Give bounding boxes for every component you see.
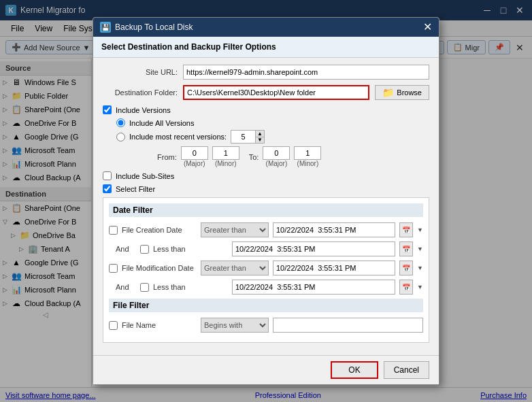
modification-dropdown-icon: ▼ xyxy=(417,265,423,271)
modification-less-dropdown-icon: ▼ xyxy=(417,284,423,290)
include-subsites-row: Include Sub-Sites xyxy=(103,171,429,180)
creation-dropdown-icon: ▼ xyxy=(417,227,423,233)
dialog-title-left: 💾 Backup To Local Disk xyxy=(100,22,193,33)
folder-browse-icon: 📁 xyxy=(382,87,394,98)
from-minor-label: (Minor) xyxy=(215,160,237,167)
backup-dialog: 💾 Backup To Local Disk ✕ Select Destinat… xyxy=(93,17,439,385)
dialog-title-icon: 💾 xyxy=(100,22,111,33)
from-major-group: (Major) xyxy=(181,146,208,167)
include-subsites-checkbox[interactable] xyxy=(103,171,112,180)
to-major-group: (Major) xyxy=(263,146,290,167)
dialog-header-bar: Select Destination and Backup Filter Opt… xyxy=(93,37,439,58)
to-minor-label: (Minor) xyxy=(297,160,319,167)
all-versions-radio[interactable] xyxy=(116,118,125,127)
modification-filter-select[interactable]: Greater thanLess thanEqual to xyxy=(201,261,269,275)
destination-folder-label: Destination Folder: xyxy=(103,88,178,97)
to-label: To: xyxy=(249,153,259,161)
from-major-label: (Major) xyxy=(184,160,205,167)
modification-less-calendar-button[interactable]: 📅 xyxy=(399,280,413,295)
file-modification-label[interactable]: File Modification Date xyxy=(122,264,197,272)
site-url-label: Site URL: xyxy=(103,68,178,76)
less-than-2-label[interactable]: Less than xyxy=(153,283,228,291)
ok-button[interactable]: OK xyxy=(331,361,378,379)
dialog-footer: OK Cancel xyxy=(93,355,439,384)
filter-inner: Date Filter File Creation Date Greater t… xyxy=(103,198,429,342)
to-minor-input[interactable] xyxy=(294,146,321,160)
most-recent-spinner: ▲ ▼ xyxy=(231,130,265,144)
filter-section: Date Filter File Creation Date Greater t… xyxy=(103,197,429,343)
and-label-1: And xyxy=(116,245,136,253)
spin-buttons: ▲ ▼ xyxy=(255,130,265,144)
most-recent-radio[interactable] xyxy=(116,133,125,141)
destination-folder-input[interactable] xyxy=(183,85,369,100)
from-major-input[interactable] xyxy=(181,146,208,160)
from-minor-input[interactable] xyxy=(212,146,239,160)
less-than-1-label[interactable]: Less than xyxy=(153,245,228,253)
include-versions-row: Include Versions xyxy=(103,105,429,114)
file-name-row: File Name Begins withContainsEnds with xyxy=(109,318,423,333)
from-minor-group: (Minor) xyxy=(212,146,239,167)
dialog-body: Site URL: Destination Folder: 📁 Browse I… xyxy=(93,58,439,355)
all-versions-row: Include All Versions xyxy=(116,118,429,127)
creation-calendar-button[interactable]: 📅 xyxy=(399,222,413,237)
file-name-input[interactable] xyxy=(273,318,423,333)
include-subsites-label[interactable]: Include Sub-Sites xyxy=(116,172,174,180)
to-major-input[interactable] xyxy=(263,146,290,160)
dialog-title: Backup To Local Disk xyxy=(115,22,193,32)
file-modification-checkbox[interactable] xyxy=(109,264,118,273)
include-versions-checkbox[interactable] xyxy=(103,105,112,114)
site-url-input[interactable] xyxy=(183,65,429,80)
version-radio-group: Include All Versions Include most recent… xyxy=(103,118,429,167)
modification-date-input[interactable] xyxy=(273,261,395,275)
select-filter-label[interactable]: Select Filter xyxy=(116,185,155,193)
most-recent-input[interactable] xyxy=(231,130,255,144)
all-versions-label[interactable]: Include All Versions xyxy=(129,119,194,127)
creation-less-dropdown-icon: ▼ xyxy=(417,246,423,252)
creation-date-input[interactable] xyxy=(273,222,395,237)
creation-filter-select[interactable]: Greater thanLess thanEqual to xyxy=(201,222,269,237)
select-filter-row: Select Filter xyxy=(103,184,429,193)
less-than-1-checkbox[interactable] xyxy=(140,245,149,254)
dialog-overlay: 💾 Backup To Local Disk ✕ Select Destinat… xyxy=(0,0,532,402)
destination-folder-row: Destination Folder: 📁 Browse xyxy=(103,85,429,100)
file-modification-row: File Modification Date Greater thanLess … xyxy=(109,261,423,275)
from-to-row: From: (Major) (Minor) To: (Major) xyxy=(116,146,429,167)
cancel-button[interactable]: Cancel xyxy=(384,361,429,379)
select-filter-checkbox[interactable] xyxy=(103,184,112,193)
dialog-close-button[interactable]: ✕ xyxy=(423,22,432,33)
to-minor-group: (Minor) xyxy=(294,146,321,167)
dialog-titlebar: 💾 Backup To Local Disk ✕ xyxy=(93,18,439,37)
less-than-2-checkbox[interactable] xyxy=(140,283,149,292)
spin-down-button[interactable]: ▼ xyxy=(255,137,265,144)
creation-less-calendar-button[interactable]: 📅 xyxy=(399,241,413,256)
and-label-2: And xyxy=(116,283,136,291)
modification-and-row: And Less than 📅 ▼ xyxy=(109,280,423,295)
creation-and-row: And Less than 📅 ▼ xyxy=(109,241,423,256)
file-filter-title: File Filter xyxy=(109,299,423,312)
dialog-header-text: Select Destination and Backup Filter Opt… xyxy=(101,42,276,52)
date-filter-title: Date Filter xyxy=(109,203,423,217)
modification-less-date-input[interactable] xyxy=(232,280,395,295)
browse-button[interactable]: 📁 Browse xyxy=(375,85,429,100)
from-label: From: xyxy=(157,153,177,161)
modification-calendar-button[interactable]: 📅 xyxy=(399,261,413,275)
include-versions-label[interactable]: Include Versions xyxy=(116,106,171,114)
creation-less-date-input[interactable] xyxy=(232,241,395,256)
file-creation-label[interactable]: File Creation Date xyxy=(122,226,197,234)
file-creation-row: File Creation Date Greater thanLess than… xyxy=(109,222,423,237)
file-name-checkbox[interactable] xyxy=(109,321,118,330)
site-url-row: Site URL: xyxy=(103,65,429,80)
file-creation-checkbox[interactable] xyxy=(109,226,118,235)
file-name-label[interactable]: File Name xyxy=(122,321,197,329)
most-recent-row: Include most recent versions: ▲ ▼ xyxy=(116,130,429,144)
filename-filter-select[interactable]: Begins withContainsEnds with xyxy=(201,318,269,333)
spin-up-button[interactable]: ▲ xyxy=(255,130,265,137)
most-recent-label[interactable]: Include most recent versions: xyxy=(129,133,227,141)
to-major-label: (Major) xyxy=(266,160,288,167)
